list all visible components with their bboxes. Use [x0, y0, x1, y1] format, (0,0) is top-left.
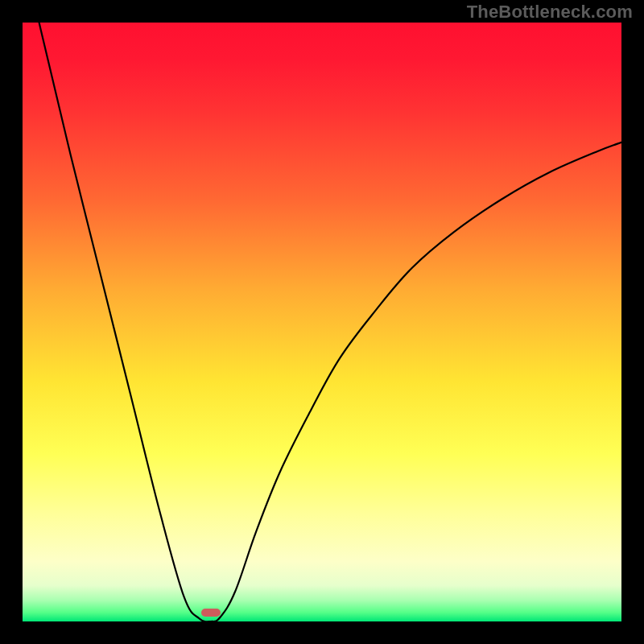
chart-frame: TheBottleneck.com: [0, 0, 644, 644]
watermark-text: TheBottleneck.com: [467, 2, 633, 23]
plot-svg: [23, 23, 621, 621]
plot-area: [23, 23, 621, 621]
